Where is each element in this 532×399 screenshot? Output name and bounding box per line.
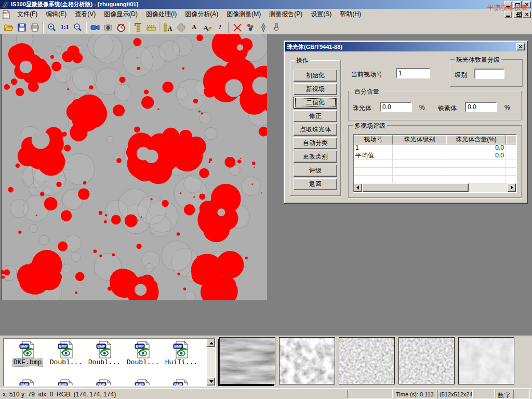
file-item-2[interactable]: BMPDoubl... [47,341,85,366]
table-horizontal-scrollbar[interactable] [354,183,516,192]
menu-item-9[interactable]: 设置(S) [307,9,336,20]
percent-group: 百分含量 珠光体 % 铁素体 % [348,91,522,121]
thumb-4[interactable] [398,337,455,384]
bmp-file-icon: BMP [58,379,74,387]
scroll-up-button[interactable] [207,339,215,347]
op-button-1[interactable]: 初始化 [294,70,337,82]
table-row-1[interactable]: 10.0 [354,144,516,152]
menu-item-2[interactable]: 编辑(E) [42,9,71,20]
bottom-panel: BMPDKF.bmpBMPBMPDoubl...BMPBMPDoubl...BM… [0,336,532,388]
menu-item-5[interactable]: 图像处理(I) [142,9,181,20]
op-button-3[interactable]: 二值化 [294,97,337,109]
metallograph-image[interactable] [1,34,267,300]
menu-item-4[interactable]: 图像显示(D) [100,9,142,20]
toolbar-camera-capture-button[interactable] [101,21,114,34]
caliper-measure-icon [133,22,143,33]
table-cell [393,168,446,175]
toolbar-brush-tool-button[interactable] [270,21,283,34]
table-cell [393,152,446,159]
thumb-5[interactable] [458,337,514,384]
thumb-3[interactable] [339,337,395,384]
toolbar-zoom-in-button[interactable] [45,21,58,34]
toolbar-pen-tool-button[interactable] [257,21,270,34]
toolbar-caliper-measure-button[interactable] [131,21,144,34]
toolbar-edit-annotate-button[interactable]: A [201,21,214,34]
scroll-down-button[interactable] [207,377,215,385]
op-button-8[interactable]: 评级 [294,165,337,177]
op-button-4[interactable]: 修正 [294,110,337,122]
scrollbar-thumb[interactable] [363,183,469,192]
op-button-2[interactable]: 新视场 [294,83,337,95]
table-cell: 0.0 [446,152,506,159]
toolbar-help-button[interactable]: ? [214,21,227,34]
thumb-1[interactable] [219,337,275,384]
toolbar-open-file-button[interactable] [2,21,15,34]
scroll-left-button[interactable] [354,183,362,192]
toolbar-save-file-button[interactable] [15,21,28,34]
ferrite-percent-input[interactable] [465,102,497,112]
bmp-file-icon: BMP [173,341,190,358]
toolbar-actual-size-button[interactable]: 1:1 [58,21,71,34]
file-item-5[interactable]: BMPHuiTi... [162,341,201,366]
toolbar-measure-label-button[interactable]: A [162,21,175,34]
ferrite-percent-unit: % [504,104,510,111]
menu-item-1[interactable]: 文件(F) [13,9,42,20]
pearlite-percent-input[interactable] [380,102,412,112]
vendor-watermark: 平凉仪器仪表 [487,3,528,12]
op-button-9[interactable]: 返回 [294,178,337,190]
file-list-scrollbar[interactable] [207,339,215,385]
table-row-5[interactable] [354,176,516,183]
pearlite-percent-unit: % [419,104,425,111]
current-field-input[interactable] [396,68,430,78]
file-item-row2-5[interactable]: BMP [162,379,201,387]
toolbar-ruler-measure-button[interactable] [144,21,157,34]
menu-item-7[interactable]: 图像测量(M) [222,9,265,20]
file-item-row2-2[interactable]: BMP [47,379,85,387]
toolbar-grid-count-button[interactable] [175,21,188,34]
file-name: Doubl... [49,358,83,366]
toolbar-video-camera-button[interactable] [88,21,101,34]
pearlite-percent-label: 珠光体 [353,104,371,113]
op-button-6[interactable]: 自动分类 [294,137,337,149]
table-row-3[interactable] [354,160,516,168]
menu-item-3[interactable]: 查看(V) [71,9,100,20]
dialog-title-bar[interactable]: 珠光体(GB/T9441-88) × [285,42,526,51]
file-item-1[interactable]: BMPDKF.bmp [8,341,47,366]
table-row-4[interactable] [354,168,516,176]
toolbar-particle-analysis-button[interactable] [244,21,257,34]
file-item-row2-3[interactable]: BMP [85,379,124,387]
toolbar-print-button[interactable] [28,21,41,34]
file-item-3[interactable]: BMPDoubl... [85,341,124,366]
file-item-row2-4[interactable]: BMP [124,379,162,387]
bmp-file-icon: BMP [96,379,113,387]
status-pane-time: Time (s): 0.113 [394,390,436,398]
file-item-row2-1[interactable]: BMP [8,379,47,387]
menu-item-8[interactable]: 测量报告(P) [265,9,307,20]
dialog-close-button[interactable]: × [516,43,525,50]
bmp-file-icon: BMP [173,379,190,387]
document-icon: DOC [2,10,11,19]
grading-group: 珠光体数量分级 级别 [450,59,523,87]
menu-item-6[interactable]: 图像分析(A) [181,9,222,20]
status-pane-empty-1 [347,390,393,398]
op-button-7[interactable]: 更改类别 [294,151,337,163]
curve-tool-icon [232,22,243,33]
toolbar-text-annotate-button[interactable]: A [188,21,201,34]
file-item-4[interactable]: BMPDoubl... [124,341,162,366]
toolbar-zoom-out-button[interactable] [71,21,84,34]
thumb-2[interactable] [279,337,335,384]
toolbar-separator [129,22,130,33]
bmp-file-icon: BMP [135,379,151,387]
grade-input[interactable] [474,69,504,79]
toolbar-timer-button[interactable] [114,21,127,34]
measure-label-icon: A [163,22,174,33]
toolbar-curve-tool-button[interactable] [231,21,244,34]
multifield-group-label: 多视场评级 [353,122,387,130]
op-button-5[interactable]: 点取珠光体 [294,124,337,136]
scroll-right-button[interactable] [508,183,516,192]
table-row-2[interactable]: 平均值0.0 [354,152,516,160]
scrollbar-track[interactable] [362,183,508,192]
menu-item-10[interactable]: 帮助(H) [336,9,365,20]
grading-table-body: 10.0平均值0.0 [354,144,516,183]
bmp-file-icon: BMP [96,341,113,358]
